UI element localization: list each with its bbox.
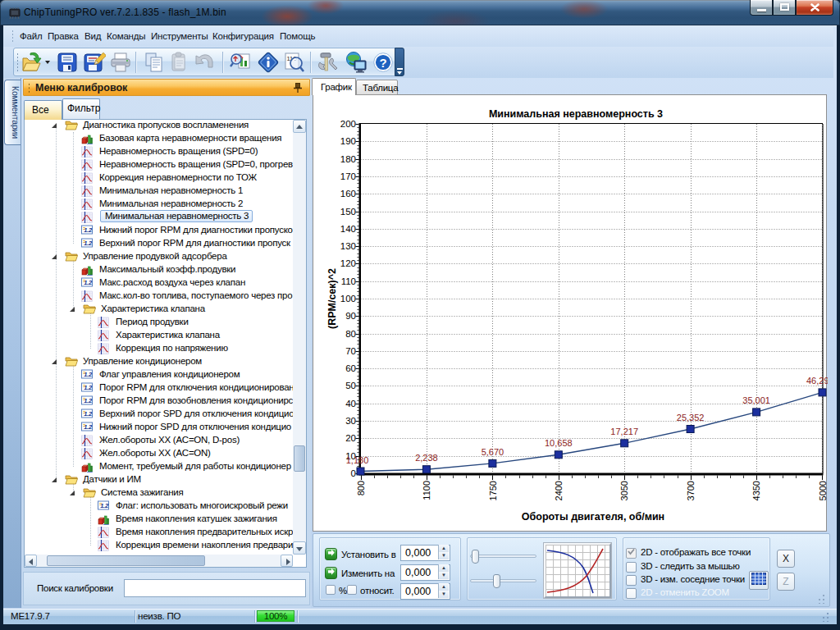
svg-text:70: 70 [345, 346, 356, 356]
svg-text:Минимальная неравномерность 3: Минимальная неравномерность 3 [489, 108, 663, 120]
svg-text:25,352: 25,352 [677, 413, 705, 422]
svg-text:190: 190 [340, 136, 356, 146]
svg-text:30: 30 [345, 416, 356, 426]
svg-text:20: 20 [345, 433, 356, 443]
svg-text:2400: 2400 [554, 481, 564, 500]
svg-text:35,001: 35,001 [742, 395, 770, 405]
svg-text:130: 130 [340, 241, 356, 251]
svg-text:1100: 1100 [422, 481, 431, 500]
svg-text:?: ? [380, 56, 387, 70]
svg-text:5,670: 5,670 [482, 447, 504, 457]
svg-text:1,180: 1,180 [346, 455, 369, 465]
svg-text:2,238: 2,238 [415, 453, 438, 463]
svg-text:40: 40 [345, 399, 356, 409]
svg-text:46,29: 46,29 [806, 376, 828, 386]
svg-text:1750: 1750 [488, 481, 498, 500]
svg-text:10,658: 10,658 [545, 438, 573, 448]
svg-text:170: 170 [340, 171, 356, 181]
svg-text:60: 60 [345, 363, 356, 373]
svg-text:4350: 4350 [751, 481, 761, 500]
svg-text:(RPM/сек)^2: (RPM/сек)^2 [326, 268, 338, 329]
svg-text:100: 100 [340, 294, 356, 304]
svg-text:110: 110 [341, 276, 356, 286]
svg-text:140: 140 [340, 224, 356, 234]
svg-text:5000: 5000 [818, 481, 828, 500]
svg-text:90: 90 [345, 311, 356, 321]
svg-text:17,217: 17,217 [610, 427, 638, 436]
svg-text:Обороты двигателя, об/мин: Обороты двигателя, об/мин [522, 511, 664, 523]
svg-text:50: 50 [345, 381, 356, 390]
svg-text:180: 180 [340, 154, 356, 164]
svg-text:160: 160 [340, 189, 356, 199]
svg-text:3700: 3700 [686, 481, 696, 500]
svg-text:150: 150 [340, 207, 356, 217]
svg-text:0: 0 [351, 468, 356, 478]
svg-text:80: 80 [345, 329, 356, 339]
svg-text:120: 120 [340, 258, 356, 268]
svg-text:3050: 3050 [619, 481, 629, 500]
svg-text:800: 800 [356, 481, 366, 495]
svg-text:200: 200 [340, 119, 356, 129]
